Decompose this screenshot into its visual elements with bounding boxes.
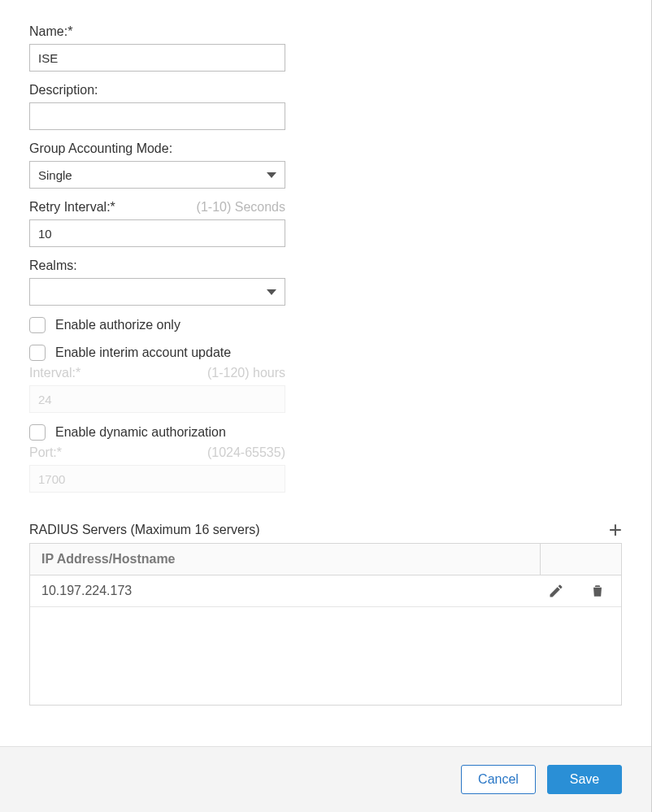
row-enable-authorize-only: Enable authorize only [29,317,622,333]
group-accounting-mode-select[interactable]: Single [29,161,285,189]
add-server-button[interactable]: + [609,522,622,538]
field-interval: Interval:* (1-120) hours [29,366,622,413]
form-area: Name:* Description: Group Accounting Mod… [0,0,651,512]
enable-interim-account-update-label: Enable interim account update [55,345,231,360]
radius-servers-section: RADIUS Servers (Maximum 16 servers) + IP… [0,512,651,714]
interval-hint: (1-120) hours [207,366,285,380]
cancel-button[interactable]: Cancel [461,765,536,794]
delete-icon[interactable] [589,583,606,599]
chevron-down-icon [267,289,276,295]
column-ip-hostname: IP Address/Hostname [30,544,540,575]
row-enable-dynamic-authorization: Enable dynamic authorization [29,424,622,441]
enable-interim-account-update-checkbox[interactable] [29,345,46,361]
group-accounting-mode-value: Single [38,168,72,182]
field-group-accounting-mode: Group Accounting Mode: Single [29,141,622,189]
enable-authorize-only-checkbox[interactable] [29,317,46,333]
retry-interval-hint: (1-10) Seconds [197,200,285,215]
dialog-form: Name:* Description: Group Accounting Mod… [0,0,652,812]
server-ip-cell: 10.197.224.173 [30,575,532,606]
field-realms: Realms: [29,258,622,306]
radius-servers-table: IP Address/Hostname 10.197.224.173 [29,543,622,706]
edit-icon[interactable] [548,583,564,599]
realms-label: Realms: [29,258,622,273]
field-retry-interval: Retry Interval:* (1-10) Seconds [29,200,622,247]
table-header: IP Address/Hostname [30,544,621,575]
table-row: 10.197.224.173 [30,575,621,607]
enable-authorize-only-label: Enable authorize only [55,318,180,332]
group-accounting-mode-label: Group Accounting Mode: [29,141,622,156]
realms-select[interactable] [29,278,285,306]
save-button[interactable]: Save [547,765,622,794]
port-hint: (1024-65535) [207,445,285,460]
radius-servers-title: RADIUS Servers (Maximum 16 servers) [29,523,260,537]
enable-dynamic-authorization-label: Enable dynamic authorization [55,425,226,440]
interval-input [29,385,285,413]
port-input [29,465,285,493]
description-input[interactable] [29,102,285,130]
field-description: Description: [29,83,622,130]
retry-interval-label: Retry Interval:* [29,200,115,215]
description-label: Description: [29,83,622,98]
chevron-down-icon [267,172,276,178]
field-port: Port:* (1024-65535) [29,445,622,493]
port-label: Port:* [29,445,62,460]
interval-label: Interval:* [29,366,80,380]
dialog-footer: Cancel Save [0,746,651,812]
column-actions [540,544,621,575]
retry-interval-input[interactable] [29,219,285,247]
field-name: Name:* [29,24,622,72]
row-enable-interim-account-update: Enable interim account update [29,345,622,361]
name-label: Name:* [29,24,622,39]
enable-dynamic-authorization-checkbox[interactable] [29,424,46,441]
name-input[interactable] [29,44,285,72]
